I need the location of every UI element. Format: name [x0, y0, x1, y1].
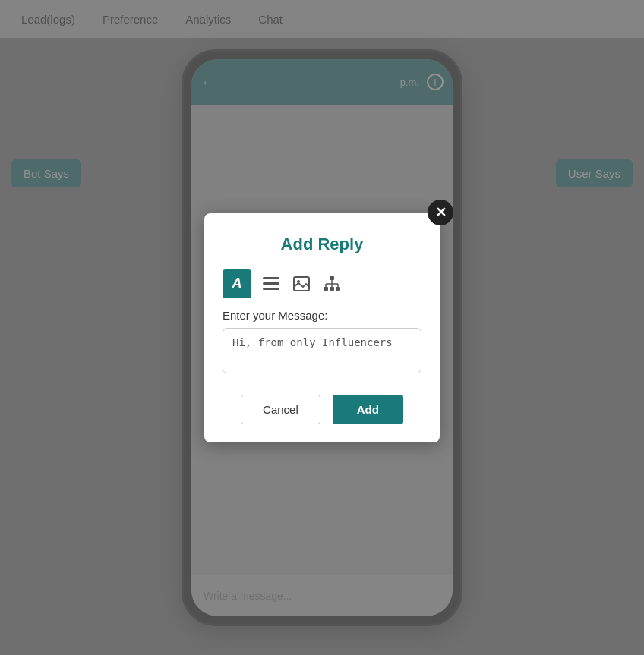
add-reply-modal: ✕ Add Reply A [204, 213, 440, 442]
modal-close-button[interactable]: ✕ [428, 200, 453, 225]
message-label: Enter your Message: [223, 309, 421, 322]
message-textarea[interactable] [223, 328, 421, 373]
svg-rect-8 [336, 287, 340, 291]
svg-rect-5 [330, 276, 334, 280]
text-format-button[interactable]: A [223, 269, 251, 298]
svg-rect-2 [263, 288, 279, 290]
image-icon[interactable] [291, 273, 312, 294]
modal-title: Add Reply [223, 235, 421, 254]
hierarchy-icon[interactable] [321, 273, 343, 294]
svg-rect-0 [263, 277, 279, 279]
svg-rect-1 [263, 282, 279, 285]
hamburger-menu-icon[interactable] [260, 273, 282, 294]
modal-toolbar: A [223, 269, 421, 298]
svg-rect-6 [324, 287, 328, 291]
modal-backdrop: ✕ Add Reply A [0, 0, 644, 655]
svg-rect-7 [330, 287, 334, 291]
modal-footer: Cancel Add [223, 395, 421, 424]
cancel-button[interactable]: Cancel [241, 395, 320, 424]
add-button[interactable]: Add [333, 395, 403, 424]
